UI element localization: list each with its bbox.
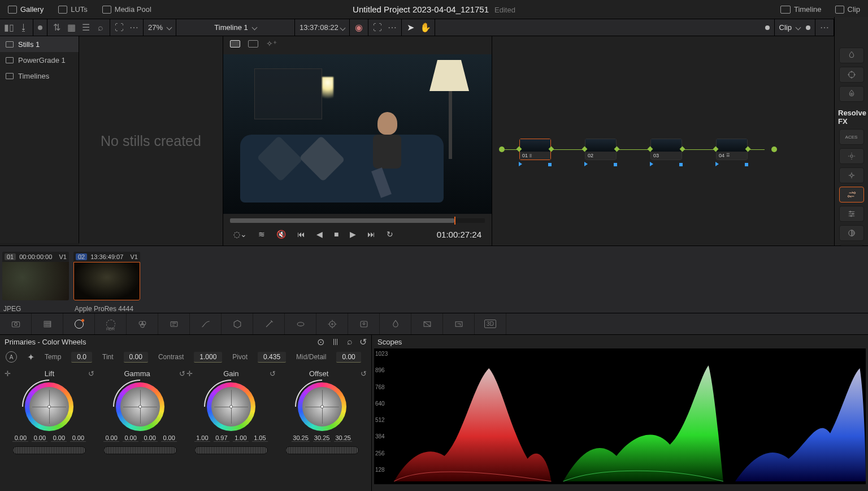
fx-sparkle-icon[interactable] (839, 148, 864, 164)
zoom-select[interactable]: 27% (148, 23, 171, 32)
curves-icon[interactable] (190, 313, 222, 334)
auto-balance-icon[interactable]: A (6, 351, 17, 363)
color-warper-icon[interactable] (222, 313, 253, 334)
download-icon[interactable]: ⭳ (19, 23, 28, 32)
magic-mask-icon[interactable] (348, 313, 380, 334)
fx-drop-icon[interactable] (839, 48, 864, 63)
picker-icon[interactable]: ✦ (27, 352, 34, 363)
powergrade-folder[interactable]: PowerGrade 1 (0, 52, 79, 68)
clips-tab[interactable]: Clip (832, 3, 863, 16)
node-03[interactable]: 03 (650, 139, 682, 160)
node-02[interactable]: 02 (585, 139, 617, 160)
window-icon[interactable] (285, 313, 316, 334)
middetail-value[interactable]: 0.00 (336, 352, 361, 363)
clip-timeline[interactable]: 0100:00:00:00V1 JPEG 0213:36:49:07V1 App… (0, 246, 868, 313)
offset-wheel[interactable] (298, 382, 346, 431)
scrub-bar[interactable] (230, 218, 485, 223)
lift-reset-icon[interactable]: ↺ (88, 369, 94, 378)
offset-jog[interactable] (285, 446, 359, 454)
status-dot-icon[interactable] (38, 25, 42, 30)
gamma-values[interactable]: 0.000.000.000.00 (103, 434, 177, 442)
next-clip-icon[interactable]: ⏭ (367, 230, 375, 239)
key-icon[interactable] (411, 313, 443, 334)
hand-icon[interactable]: ✋ (421, 23, 430, 32)
panel-toggle-icon[interactable]: ▮▯ (5, 23, 14, 32)
hdr-wheels-icon[interactable]: HDR (95, 313, 127, 334)
gallery-tab[interactable]: Gallery (5, 3, 47, 16)
luts-tab[interactable]: LUTs (55, 3, 91, 16)
offset-reset-icon[interactable]: ↺ (361, 369, 367, 378)
mediapool-tab[interactable]: Media Pool (99, 3, 155, 16)
node-01[interactable]: 01⫴ (519, 139, 551, 160)
tracker-icon[interactable] (316, 313, 348, 334)
gain-wheel[interactable] (207, 382, 255, 431)
timeline-select[interactable]: Timeline 1 (214, 23, 256, 32)
gamma-wheel[interactable] (116, 382, 164, 431)
source-timecode[interactable]: 13:37:08:22 (300, 23, 345, 32)
more-icon[interactable]: ⋯ (129, 23, 138, 32)
clip-02[interactable]: 0213:36:49:07V1 (73, 252, 140, 300)
wheel-mode-log-icon[interactable]: ⌕ (347, 337, 353, 347)
loop-icon[interactable]: ↻ (387, 230, 393, 239)
gain-values[interactable]: 1.000.971.001.05 (194, 434, 268, 442)
viewer-mode-dual-icon[interactable] (248, 40, 258, 48)
wheel-mode-bars-icon[interactable]: ⫼ (331, 337, 340, 347)
viewer-mode-single-icon[interactable] (230, 40, 240, 48)
pivot-value[interactable]: 0.435 (258, 352, 286, 363)
lift-picker-icon[interactable]: ✛ (5, 369, 11, 378)
node-04[interactable]: 04⠿ (716, 139, 748, 160)
prev-clip-icon[interactable]: ⏮ (297, 230, 305, 239)
expand-icon[interactable]: ⛶ (115, 23, 124, 32)
nodes-more-icon[interactable]: ⋯ (820, 23, 829, 32)
grid-icon[interactable]: ▦ (67, 23, 76, 32)
node-graph[interactable]: 01⫴ 02 03 04⠿ (492, 36, 868, 246)
offset-values[interactable]: 30.2530.2530.25 (292, 434, 352, 442)
lift-wheel[interactable] (25, 382, 73, 431)
fx-drop2-icon[interactable] (839, 67, 864, 83)
sort-icon[interactable]: ⇅ (52, 23, 61, 32)
marker-menu-icon[interactable]: ◌⌄ (233, 230, 247, 239)
gamma-jog[interactable] (103, 446, 177, 454)
wheel-reset-icon[interactable]: ↺ (359, 337, 367, 347)
qualifier-icon[interactable] (253, 313, 285, 334)
motion-effects-icon[interactable] (158, 313, 190, 334)
gain-jog[interactable] (194, 446, 268, 454)
gamma-reset-icon[interactable]: ↺ (179, 369, 185, 378)
wheel-mode-dot-icon[interactable]: ⊙ (317, 337, 324, 347)
fx-sliders-icon[interactable] (839, 206, 864, 222)
layers-icon[interactable]: ≋ (258, 230, 265, 239)
timeline-tab[interactable]: Timeline (777, 3, 825, 16)
play-icon[interactable]: ▶ (350, 230, 356, 239)
contrast-value[interactable]: 1.000 (194, 352, 222, 363)
fx-swap-icon[interactable] (839, 187, 864, 203)
color-checker-icon[interactable] (32, 313, 63, 334)
stereo-3d-icon[interactable]: 3D (475, 313, 506, 334)
video-frame[interactable] (223, 54, 492, 214)
sizing-icon[interactable] (443, 313, 475, 334)
stills-folder[interactable]: Stills 1 (0, 36, 79, 52)
mute-icon[interactable]: 🔇 (276, 230, 286, 239)
lift-jog[interactable] (12, 446, 86, 454)
node-clip-select[interactable]: Clip (779, 23, 800, 32)
fx-drop3-icon[interactable] (839, 86, 864, 102)
parade-scope[interactable]: 1023896768640512384256128 (374, 348, 866, 484)
step-back-icon[interactable]: ◀ (316, 230, 323, 239)
fx-aces-icon[interactable]: ACES (839, 129, 864, 145)
blur-icon[interactable] (380, 313, 411, 334)
tint-value[interactable]: 0.00 (124, 352, 148, 363)
viewer-more-icon[interactable]: ⋯ (388, 23, 397, 32)
magic-wand-icon[interactable]: ✧⁺ (266, 39, 277, 48)
fx-plus-icon[interactable] (839, 167, 864, 183)
temp-value[interactable]: 0.0 (71, 352, 92, 363)
timelines-folder[interactable]: Timelines (0, 68, 79, 84)
fullscreen-icon[interactable]: ⛶ (373, 23, 382, 32)
gain-picker-icon[interactable]: ✛ (186, 369, 193, 378)
bypass-icon[interactable]: ◉ (354, 23, 363, 32)
stop-icon[interactable]: ■ (334, 230, 338, 239)
rgb-mixer-icon[interactable] (127, 313, 158, 334)
lift-values[interactable]: 0.000.000.000.00 (12, 434, 86, 442)
list-icon[interactable]: ☰ (81, 23, 90, 32)
gain-reset-icon[interactable]: ↺ (270, 369, 276, 378)
search-icon[interactable]: ⌕ (96, 23, 105, 32)
pointer-icon[interactable]: ➤ (406, 23, 415, 32)
